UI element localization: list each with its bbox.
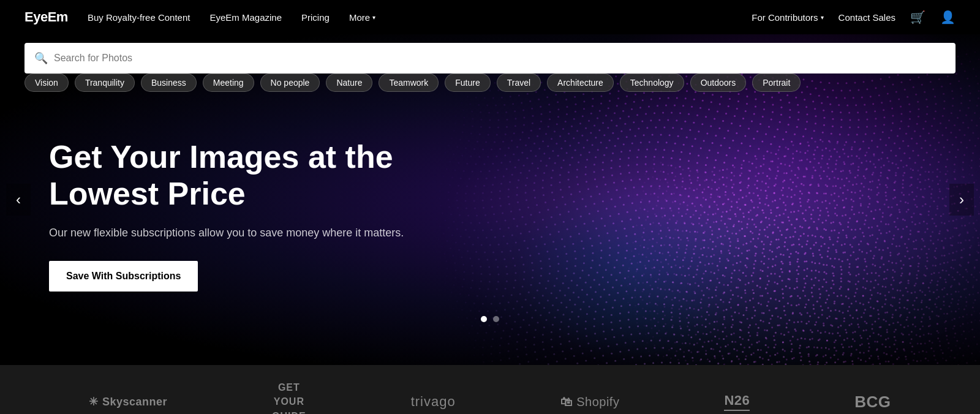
tag-business[interactable]: Business [141, 73, 197, 92]
nav-buy-content[interactable]: Buy Royalty-free Content [88, 12, 190, 23]
partner-getyourguide: GET YOUR GUIDE [272, 382, 306, 414]
carousel-next-button[interactable]: › [949, 184, 974, 216]
carousel-dots [481, 316, 499, 322]
tag-vision[interactable]: Vision [24, 73, 69, 92]
hero-subtext: Our new flexible subscriptions allow you… [49, 225, 429, 241]
search-bar: 🔍 [24, 43, 956, 73]
tag-tranquility[interactable]: Tranquility [75, 73, 135, 92]
nav-right: For Contributors ▾ Contact Sales 🛒 👤 [752, 10, 956, 24]
nav-contact-sales[interactable]: Contact Sales [839, 12, 895, 23]
carousel-dot-2[interactable] [493, 316, 499, 322]
tag-outdoors[interactable]: Outdoors [690, 73, 747, 92]
tag-portrait[interactable]: Portrait [752, 73, 801, 92]
hero-heading: Get Your Images at the Lowest Price [49, 139, 429, 213]
hero-section: Vision Tranquility Business Meeting No p… [0, 34, 980, 365]
skyscanner-label: Skyscanner [102, 396, 167, 408]
user-icon[interactable]: 👤 [940, 10, 956, 24]
trivago-label: trivago [411, 394, 456, 410]
hero-cta-button[interactable]: Save With Subscriptions [49, 261, 198, 292]
partners-bar: ✳ Skyscanner GET YOUR GUIDE trivago 🛍 Sh… [0, 365, 980, 414]
navbar: EyeEm Buy Royalty-free Content EyeEm Mag… [0, 0, 980, 34]
carousel-dot-1[interactable] [481, 316, 487, 322]
carousel-prev-button[interactable]: ‹ [6, 184, 31, 216]
tag-teamwork[interactable]: Teamwork [379, 73, 439, 92]
hero-content: Get Your Images at the Lowest Price Our … [49, 139, 429, 292]
nav-more[interactable]: More ▾ [349, 12, 375, 23]
partner-n26: N26 [724, 393, 750, 411]
more-chevron-icon: ▾ [372, 14, 375, 21]
bcg-label: BCG [854, 393, 891, 412]
tag-technology[interactable]: Technology [620, 73, 684, 92]
search-icon: 🔍 [34, 51, 48, 65]
tag-meeting[interactable]: Meeting [203, 73, 254, 92]
shopify-label: Shopify [576, 395, 619, 409]
partner-bcg: BCG [854, 393, 891, 412]
tags-container: Vision Tranquility Business Meeting No p… [0, 73, 980, 92]
nav-for-contributors[interactable]: For Contributors ▾ [752, 12, 823, 23]
tag-architecture[interactable]: Architecture [547, 73, 614, 92]
skyscanner-icon: ✳ [89, 395, 99, 408]
tag-nature[interactable]: Nature [326, 73, 372, 92]
cart-icon[interactable]: 🛒 [910, 10, 925, 24]
tag-travel[interactable]: Travel [497, 73, 541, 92]
tag-no-people[interactable]: No people [260, 73, 320, 92]
tag-future[interactable]: Future [445, 73, 490, 92]
partner-trivago: trivago [411, 394, 456, 410]
n26-label: N26 [724, 393, 750, 411]
partner-skyscanner: ✳ Skyscanner [89, 395, 167, 408]
nav-left: EyeEm Buy Royalty-free Content EyeEm Mag… [24, 9, 375, 25]
search-input[interactable] [54, 53, 946, 64]
shopify-bag-icon: 🛍 [560, 395, 573, 409]
partner-shopify: 🛍 Shopify [560, 395, 620, 409]
brand-logo[interactable]: EyeEm [24, 9, 68, 25]
nav-pricing[interactable]: Pricing [301, 12, 330, 23]
contributors-chevron-icon: ▾ [821, 14, 824, 21]
nav-magazine[interactable]: EyeEm Magazine [209, 12, 282, 23]
